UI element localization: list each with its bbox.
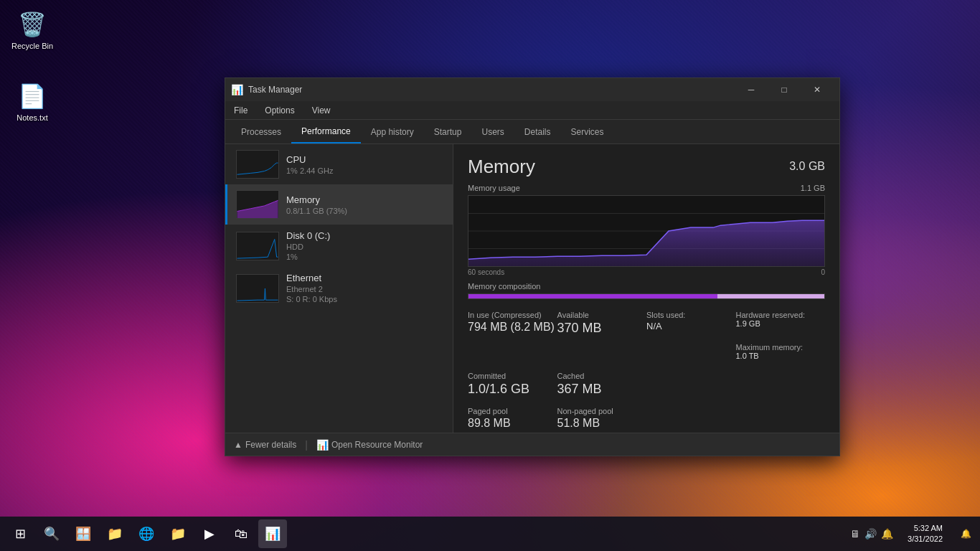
stat-nonpaged-value: 51.8 MB: [557, 417, 647, 430]
task-manager-window: 📊 Task Manager ─ □ ✕ File Options View P…: [225, 77, 840, 456]
composition-available: [717, 294, 824, 298]
memory-name: Memory: [286, 194, 444, 205]
stat-in-use-value: 794 MB (8.2 MB): [468, 321, 557, 334]
graph-label-row: Memory usage 1.1 GB: [468, 184, 825, 192]
memory-mini-graph: [236, 190, 279, 219]
disk-info: Disk 0 (C:) HDD 1%: [286, 230, 444, 261]
menu-bar: File Options View: [225, 101, 839, 120]
tab-startup[interactable]: Startup: [424, 120, 472, 143]
notes-icon[interactable]: 📄 Notes.txt: [4, 79, 61, 125]
recycle-bin-image: 🗑️: [18, 10, 47, 39]
stat-available-value: 370 MB: [557, 321, 647, 336]
panel-header: Memory 3.0 GB: [453, 144, 839, 184]
tab-users[interactable]: Users: [471, 120, 514, 143]
stats-grid-row1: In use (Compressed) 794 MB (8.2 MB) Avai…: [453, 299, 839, 339]
recycle-bin-icon[interactable]: 🗑️ Recycle Bin: [4, 7, 61, 53]
open-resource-monitor-label: Open Resource Monitor: [331, 440, 423, 450]
bottom-divider: |: [305, 439, 308, 451]
composition-label: Memory composition: [468, 282, 825, 291]
graph-time-right: 0: [821, 268, 825, 276]
taskbar: ⊞ 🔍 🪟 📁 🌐 📁 ▶ 🛍 📊 🖥 🔊 🔔 5:32 AM 3/31/202…: [0, 517, 980, 551]
stat-in-use-label: In use (Compressed): [468, 311, 557, 319]
tab-performance[interactable]: Performance: [291, 120, 361, 143]
graph-label: Memory usage: [468, 184, 520, 192]
chevron-up-icon: ▲: [234, 440, 242, 450]
stats-grid-row2: Committed 1.0/1.6 GB Cached 367 MB: [453, 363, 839, 400]
open-resource-monitor-button[interactable]: 📊 Open Resource Monitor: [316, 439, 423, 451]
close-button[interactable]: ✕: [801, 78, 834, 101]
disk-detail2: 1%: [286, 253, 444, 261]
stat-cached: Cached 367 MB: [557, 369, 647, 400]
graph-time-row: 60 seconds 0: [468, 268, 825, 276]
file-manager-button[interactable]: 📁: [164, 519, 192, 548]
window-bottom-bar: ▲ Fewer details | 📊 Open Resource Monito…: [225, 433, 839, 456]
performance-sidebar: CPU 1% 2.44 GHz Memory 0.8/1.1 GB (73%): [225, 144, 453, 433]
clock-display: 5:32 AM 3/31/2022: [908, 523, 943, 545]
stat-nonpaged: Non-paged pool 51.8 MB: [557, 404, 647, 433]
menu-options[interactable]: Options: [256, 101, 303, 119]
svg-rect-2: [237, 275, 278, 302]
sidebar-item-disk[interactable]: Disk 0 (C:) HDD 1%: [225, 225, 453, 267]
stat-available: Available 370 MB: [557, 308, 647, 339]
taskbar-left: ⊞ 🔍 🪟 📁 🌐 📁 ▶ 🛍 📊: [0, 519, 293, 548]
composition-used: [468, 294, 717, 298]
title-bar-text: Task Manager: [248, 85, 735, 95]
stat-committed-label: Committed: [468, 372, 557, 380]
sidebar-item-ethernet[interactable]: Ethernet Ethernet 2 S: 0 R: 0 Kbps: [225, 267, 453, 309]
maximize-button[interactable]: □: [768, 78, 801, 101]
title-bar: 📊 Task Manager ─ □ ✕: [225, 78, 839, 101]
graph-value: 1.1 GB: [801, 184, 825, 192]
panel-title: Memory: [468, 156, 535, 178]
memory-detail: 0.8/1.1 GB (73%): [286, 207, 444, 215]
memory-panel: Memory 3.0 GB Memory usage 1.1 GB: [453, 144, 839, 433]
tab-app-history[interactable]: App history: [361, 120, 424, 143]
stat-paged-value: 89.8 MB: [468, 417, 557, 430]
tab-details[interactable]: Details: [514, 120, 561, 143]
task-manager-app-icon: 📊: [231, 84, 242, 95]
stat-hw-reserved: Hardware reserved: 1.9 GB: [736, 308, 826, 339]
ethernet-detail2: S: 0 R: 0 Kbps: [286, 295, 444, 303]
stat-cached-value: 367 MB: [557, 382, 647, 397]
explorer-button[interactable]: 📁: [100, 519, 129, 548]
graph-time-left: 60 seconds: [468, 268, 504, 276]
notification-center-button[interactable]: 🔔: [951, 519, 980, 548]
disk-mini-graph: [236, 232, 279, 260]
system-tray-icons: 🖥 🔊 🔔: [850, 528, 893, 540]
start-button[interactable]: ⊞: [6, 519, 34, 548]
task-manager-taskbar-button[interactable]: 📊: [258, 519, 287, 548]
edge-button[interactable]: 🌐: [132, 519, 161, 548]
clock-time: 5:32 AM: [908, 523, 943, 534]
notification-tray-icon[interactable]: 🔔: [881, 528, 893, 540]
disk-detail: HDD: [286, 242, 444, 251]
memory-usage-graph: [468, 195, 825, 267]
stat-nonpaged-label: Non-paged pool: [557, 407, 647, 415]
ethernet-name: Ethernet: [286, 273, 444, 283]
stat-max-mem-label: Maximum memory:: [736, 343, 826, 352]
content-area: CPU 1% 2.44 GHz Memory 0.8/1.1 GB (73%): [225, 144, 839, 433]
network-tray-icon[interactable]: 🖥: [850, 528, 860, 540]
resource-monitor-icon: 📊: [316, 439, 329, 451]
stat-committed-value: 1.0/1.6 GB: [468, 382, 557, 397]
memory-graph-section: Memory usage 1.1 GB: [453, 184, 839, 276]
tab-services[interactable]: Services: [561, 120, 614, 143]
minimize-button[interactable]: ─: [735, 78, 768, 101]
notes-image: 📄: [18, 82, 47, 110]
media-button[interactable]: ▶: [195, 519, 224, 548]
menu-view[interactable]: View: [303, 101, 339, 119]
stats-grid-row3: Paged pool 89.8 MB Non-paged pool 51.8 M…: [453, 400, 839, 433]
taskbar-clock[interactable]: 5:32 AM 3/31/2022: [899, 523, 951, 545]
menu-file[interactable]: File: [225, 101, 256, 119]
stat-hw-reserved-value: 1.9 GB: [736, 319, 806, 328]
search-button[interactable]: 🔍: [37, 519, 66, 548]
window-controls: ─ □ ✕: [735, 78, 834, 101]
fewer-details-label: Fewer details: [245, 440, 296, 450]
sidebar-item-memory[interactable]: Memory 0.8/1.1 GB (73%): [225, 184, 453, 225]
tab-processes[interactable]: Processes: [231, 120, 291, 143]
stats-hw-row: Maximum memory: 1.0 TB: [453, 339, 839, 363]
fewer-details-button[interactable]: ▲ Fewer details: [234, 440, 296, 450]
store-button[interactable]: 🛍: [227, 519, 255, 548]
volume-tray-icon[interactable]: 🔊: [864, 528, 877, 540]
composition-bar: [468, 293, 825, 299]
sidebar-item-cpu[interactable]: CPU 1% 2.44 GHz: [225, 144, 453, 184]
task-view-button[interactable]: 🪟: [69, 519, 98, 548]
